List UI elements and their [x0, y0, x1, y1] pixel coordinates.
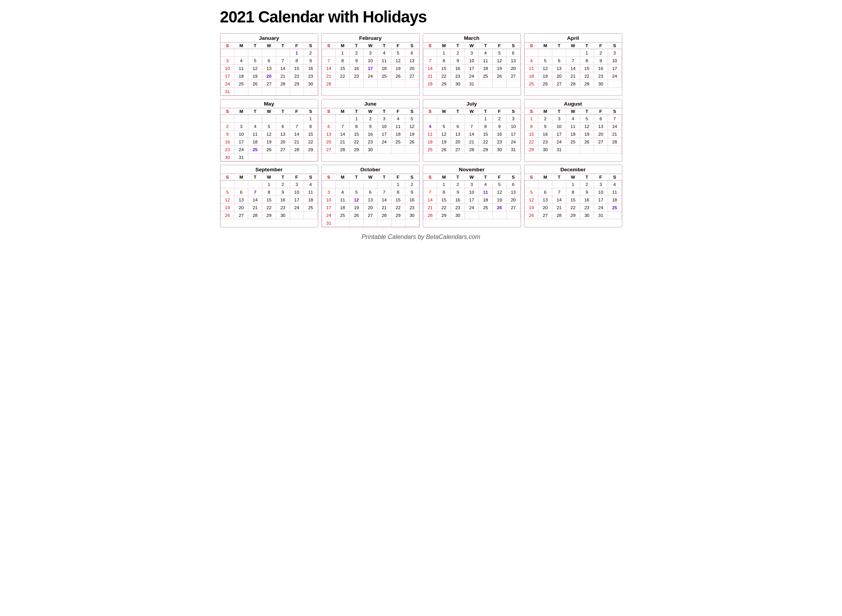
calendar-day: [234, 49, 248, 57]
calendar-day: 12: [492, 188, 506, 196]
calendar-day: 7: [336, 123, 350, 130]
calendar-day: [290, 212, 304, 219]
calendar-day: 22: [262, 204, 276, 212]
calendar-day: 7: [423, 57, 437, 65]
calendar-day: 27: [234, 212, 248, 219]
calendar-day: 5: [391, 49, 405, 57]
calendar-day: 21: [552, 204, 566, 212]
calendar-day: 2: [580, 181, 594, 188]
calendar-day: [276, 115, 290, 123]
day-header: M: [538, 108, 552, 115]
calendar-day: 10: [290, 188, 304, 196]
calendar-day: [580, 146, 594, 154]
day-header: M: [336, 174, 350, 181]
calendar-day: 16: [538, 130, 552, 138]
day-header: F: [594, 43, 608, 49]
day-header: T: [451, 43, 465, 49]
calendar-day: 19: [492, 65, 506, 72]
day-header: S: [524, 43, 538, 49]
day-header: S: [524, 174, 538, 181]
day-header: W: [465, 174, 479, 181]
calendar-day: 1: [336, 49, 350, 57]
day-header: S: [524, 108, 538, 115]
calendar-day: 2: [220, 123, 234, 130]
calendar-day: [364, 219, 377, 227]
calendar-day: 22: [580, 72, 594, 80]
calendar-day: 10: [322, 196, 336, 204]
calendar-day: 14: [608, 123, 622, 130]
day-header: F: [391, 174, 405, 181]
calendar-day: 7: [248, 188, 262, 196]
calendar-day: 19: [248, 72, 262, 80]
month-title: September: [220, 165, 318, 174]
day-header: W: [364, 43, 377, 49]
calendar-day: 23: [594, 72, 608, 80]
day-header: S: [506, 43, 520, 49]
calendar-day: 16: [220, 138, 234, 146]
calendar-day: 3: [465, 49, 479, 57]
month-table: SMTWTFS123456789101112131415161718192021…: [524, 174, 622, 219]
calendar-day: 7: [465, 123, 479, 130]
calendar-day: 26: [437, 146, 451, 154]
calendar-day: [492, 212, 506, 219]
calendar-day: 2: [538, 115, 552, 123]
day-header: T: [350, 108, 364, 115]
day-header: M: [437, 174, 451, 181]
calendar-day: 1: [478, 115, 492, 123]
calendar-day: 21: [336, 138, 350, 146]
calendar-day: 21: [423, 72, 437, 80]
calendar-day: 20: [538, 204, 552, 212]
day-header: S: [405, 174, 419, 181]
calendar-day: 14: [465, 130, 479, 138]
calendar-day: 6: [322, 123, 336, 130]
day-header: T: [580, 108, 594, 115]
calendar-day: 25: [478, 72, 492, 80]
calendar-day: 1: [262, 181, 276, 188]
calendar-day: 1: [350, 115, 364, 123]
calendar-grid: JanuarySMTWTFS12345678910111213141516171…: [220, 33, 622, 227]
calendar-day: 24: [594, 204, 608, 212]
calendar-day: [538, 49, 552, 57]
day-header: T: [350, 174, 364, 181]
calendar-day: 26: [492, 72, 506, 80]
month-title: January: [220, 34, 318, 43]
month-table: SMTWTFS123456789101112131415161718192021…: [423, 43, 521, 88]
calendar-day: 9: [451, 188, 465, 196]
day-header: F: [391, 108, 405, 115]
calendar-day: 8: [437, 57, 451, 65]
month-title: July: [423, 99, 521, 108]
calendar-day: [465, 115, 479, 123]
calendar-day: 7: [377, 188, 391, 196]
calendar-day: 24: [364, 72, 377, 80]
calendar-day: 9: [276, 188, 290, 196]
calendar-day: 13: [451, 130, 465, 138]
day-header: M: [538, 174, 552, 181]
calendar-day: 4: [234, 57, 248, 65]
calendar-day: 21: [377, 204, 391, 212]
calendar-day: 19: [580, 130, 594, 138]
calendar-day: 18: [608, 196, 622, 204]
month-table: SMTWTFS123456789101112131415161718192021…: [322, 174, 419, 227]
month-table: SMTWTFS123456789101112131415161718192021…: [524, 43, 622, 88]
calendar-day: 2: [350, 49, 364, 57]
calendar-day: 23: [364, 138, 377, 146]
day-header: S: [304, 43, 318, 49]
day-header: M: [234, 108, 248, 115]
day-header: T: [552, 108, 566, 115]
day-header: T: [478, 174, 492, 181]
calendar-day: 25: [478, 204, 492, 212]
day-header: S: [506, 108, 520, 115]
day-header: F: [391, 43, 405, 49]
calendar-day: 4: [391, 115, 405, 123]
calendar-day: 4: [566, 115, 580, 123]
day-header: W: [465, 108, 479, 115]
month-block-april: AprilSMTWTFS1234567891011121314151617181…: [524, 33, 622, 96]
calendar-day: 6: [451, 123, 465, 130]
calendar-day: 3: [594, 181, 608, 188]
day-header: S: [304, 108, 318, 115]
calendar-day: 11: [304, 188, 318, 196]
calendar-day: [304, 154, 318, 161]
calendar-day: 8: [336, 57, 350, 65]
calendar-day: 17: [552, 130, 566, 138]
day-header: S: [608, 174, 622, 181]
